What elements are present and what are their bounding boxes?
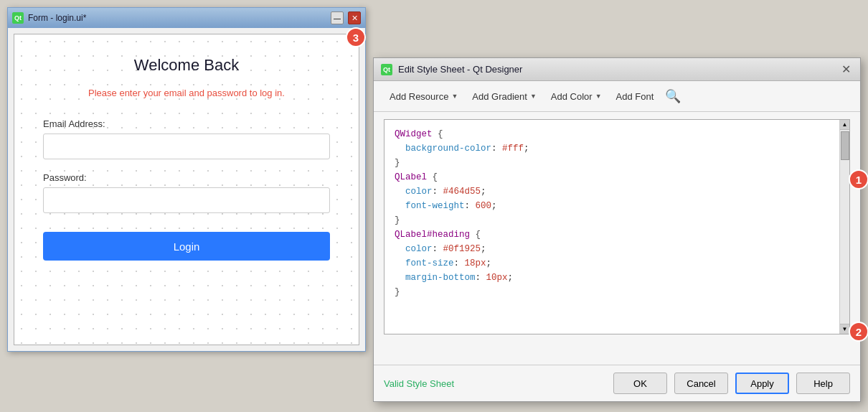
ss-logo: Qt: [381, 64, 392, 75]
code-line: font-weight: 600;: [395, 199, 829, 213]
code-line: QLabel#heading {: [395, 228, 829, 242]
ss-toolbar: Add Resource ▼ Add Gradient ▼ Add Color …: [374, 81, 860, 112]
valid-status: Valid Style Sheet: [384, 378, 606, 389]
add-font-button[interactable]: Add Font: [610, 89, 660, 104]
apply-button[interactable]: Apply: [735, 373, 789, 394]
cancel-button[interactable]: Cancel: [674, 373, 728, 394]
ok-button[interactable]: OK: [613, 373, 667, 394]
add-resource-button[interactable]: Add Resource ▼: [384, 89, 463, 104]
badge-3: 3: [346, 27, 366, 47]
code-line: color: #0f1925;: [395, 242, 829, 256]
qt-form-title: Form - login.ui*: [28, 13, 326, 23]
login-button[interactable]: Login: [43, 232, 330, 261]
ss-titlebar: Qt Edit Style Sheet - Qt Designer ✕: [374, 58, 860, 81]
password-input[interactable]: [43, 187, 330, 213]
qt-logo: Qt: [12, 12, 24, 24]
editor-scrollbar[interactable]: ▲ ▼: [839, 120, 849, 334]
css-editor[interactable]: QWidget { background-color: #fff; } QLab…: [384, 119, 850, 334]
qt-form-content: 3 Welcome Back Please enter your email a…: [14, 34, 359, 345]
code-line: }: [395, 285, 829, 299]
code-line: font-size: 18px;: [395, 256, 829, 271]
ss-window-title: Edit Style Sheet - Qt Designer: [398, 64, 833, 75]
add-gradient-arrow: ▼: [530, 93, 537, 100]
scrollbar-thumb[interactable]: [841, 131, 849, 160]
add-gradient-button[interactable]: Add Gradient ▼: [466, 89, 542, 104]
ss-footer: Valid Style Sheet OK Cancel Apply Help: [374, 365, 860, 401]
help-button[interactable]: Help: [796, 373, 850, 394]
css-code-area[interactable]: QWidget { background-color: #fff; } QLab…: [385, 120, 839, 334]
search-icon-button[interactable]: 🔍: [665, 88, 681, 104]
password-label: Password:: [43, 172, 87, 183]
qt-titlebar: Qt Form - login.ui* — ✕: [8, 8, 365, 28]
code-line: margin-bottom: 10px;: [395, 271, 829, 285]
badge-2: 2: [849, 322, 868, 342]
ss-close-button[interactable]: ✕: [839, 62, 853, 77]
code-line: QLabel {: [395, 170, 829, 184]
code-line: color: #464d55;: [395, 184, 829, 199]
scrollbar-up-button[interactable]: ▲: [840, 120, 849, 130]
close-button[interactable]: ✕: [348, 11, 361, 24]
qt-form-window: Qt Form - login.ui* — ✕ 3 Welcome Back P…: [7, 7, 366, 352]
add-color-button[interactable]: Add Color ▼: [545, 89, 608, 104]
code-line: QWidget {: [395, 127, 829, 141]
code-line: }: [395, 156, 829, 170]
code-line: background-color: #fff;: [395, 141, 829, 156]
add-resource-arrow: ▼: [451, 93, 458, 100]
form-subtitle: Please enter your email and password to …: [88, 88, 285, 98]
add-color-arrow: ▼: [595, 93, 602, 100]
form-title: Welcome Back: [134, 56, 239, 75]
style-sheet-window: Qt Edit Style Sheet - Qt Designer ✕ Add …: [373, 57, 861, 402]
email-label: Email Address:: [43, 118, 105, 129]
badge-1: 1: [849, 169, 868, 189]
minimize-button[interactable]: —: [331, 11, 344, 24]
code-line: }: [395, 213, 829, 228]
email-input[interactable]: [43, 134, 330, 159]
